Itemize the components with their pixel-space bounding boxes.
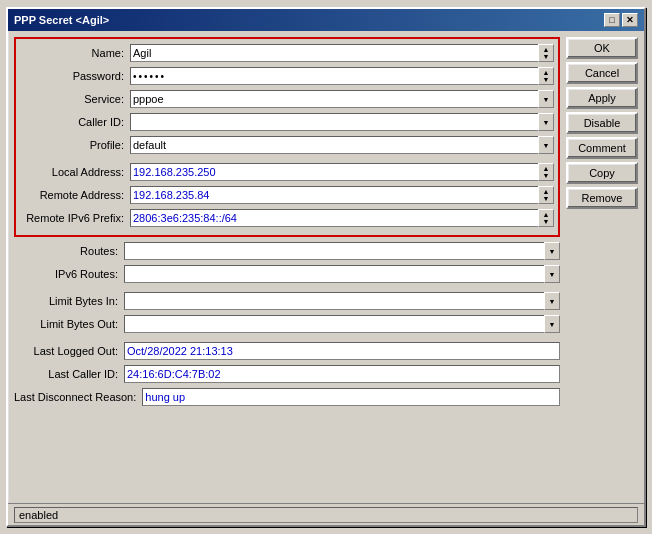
limit-bytes-in-input[interactable] (124, 292, 560, 310)
password-row: Password: ▲ ▼ (20, 66, 554, 86)
profile-label: Profile: (20, 139, 130, 151)
limit-bytes-in-wrapper: ▼ (124, 292, 560, 310)
remote-ipv6-row: Remote IPv6 Prefix: ▲ ▼ (20, 208, 554, 228)
caller-id-input[interactable] (130, 113, 554, 131)
ipv6-routes-row: IPv6 Routes: ▼ (14, 264, 560, 284)
name-input[interactable] (130, 44, 554, 62)
routes-label: Routes: (14, 245, 124, 257)
form-area: Name: ▲ ▼ Password: ▲ (14, 37, 560, 497)
remove-button[interactable]: Remove (566, 187, 638, 209)
apply-button[interactable]: Apply (566, 87, 638, 109)
cancel-button[interactable]: Cancel (566, 62, 638, 84)
caller-id-row: Caller ID: ▼ (20, 112, 554, 132)
comment-button[interactable]: Comment (566, 137, 638, 159)
routes-row: Routes: ▼ (14, 241, 560, 261)
profile-dropdown-btn[interactable]: ▼ (538, 136, 554, 154)
caller-id-input-wrapper: ▼ (130, 113, 554, 131)
remote-address-label: Remote Address: (20, 189, 130, 201)
name-label: Name: (20, 47, 130, 59)
last-caller-id-row: Last Caller ID: (14, 364, 560, 384)
remote-address-scroll-btn[interactable]: ▲ ▼ (538, 186, 554, 204)
service-label: Service: (20, 93, 130, 105)
close-button[interactable]: ✕ (622, 13, 638, 27)
status-bar: enabled (8, 503, 644, 525)
last-caller-id-input[interactable] (124, 365, 560, 383)
remote-ipv6-label: Remote IPv6 Prefix: (20, 212, 130, 224)
disable-button[interactable]: Disable (566, 112, 638, 134)
ipv6-routes-dropdown-btn[interactable]: ▼ (544, 265, 560, 283)
local-address-label: Local Address: (20, 166, 130, 178)
remote-address-input[interactable] (130, 186, 554, 204)
name-scroll-btn[interactable]: ▲ ▼ (538, 44, 554, 62)
window-title: PPP Secret <Agil> (14, 14, 109, 26)
last-caller-id-wrapper (124, 365, 560, 383)
remote-ipv6-input[interactable] (130, 209, 554, 227)
last-disconnect-row: Last Disconnect Reason: (14, 387, 560, 407)
password-input[interactable] (130, 67, 554, 85)
title-bar-controls: □ ✕ (604, 13, 638, 27)
last-disconnect-input[interactable] (142, 388, 560, 406)
profile-input[interactable] (130, 136, 554, 154)
limit-bytes-out-input[interactable] (124, 315, 560, 333)
last-logged-out-input[interactable] (124, 342, 560, 360)
highlighted-fields: Name: ▲ ▼ Password: ▲ (14, 37, 560, 237)
last-disconnect-label: Last Disconnect Reason: (14, 391, 142, 403)
ipv6-routes-input-wrapper: ▼ (124, 265, 560, 283)
profile-input-wrapper: ▼ (130, 136, 554, 154)
buttons-panel: OK Cancel Apply Disable Comment Copy Rem… (566, 37, 638, 497)
ok-button[interactable]: OK (566, 37, 638, 59)
limit-bytes-out-row: Limit Bytes Out: ▼ (14, 314, 560, 334)
content-area: Name: ▲ ▼ Password: ▲ (8, 31, 644, 503)
last-caller-id-label: Last Caller ID: (14, 368, 124, 380)
remote-ipv6-input-wrapper: ▲ ▼ (130, 209, 554, 227)
ipv6-routes-input[interactable] (124, 265, 560, 283)
service-dropdown-btn[interactable]: ▼ (538, 90, 554, 108)
copy-button[interactable]: Copy (566, 162, 638, 184)
name-row: Name: ▲ ▼ (20, 43, 554, 63)
status-text: enabled (14, 507, 638, 523)
password-scroll-btn[interactable]: ▲ ▼ (538, 67, 554, 85)
local-address-scroll-btn[interactable]: ▲ ▼ (538, 163, 554, 181)
last-logged-out-wrapper (124, 342, 560, 360)
service-row: Service: ▼ (20, 89, 554, 109)
last-disconnect-wrapper (142, 388, 560, 406)
last-logged-out-row: Last Logged Out: (14, 341, 560, 361)
routes-dropdown-btn[interactable]: ▼ (544, 242, 560, 260)
service-input-wrapper: ▼ (130, 90, 554, 108)
routes-input[interactable] (124, 242, 560, 260)
main-window: PPP Secret <Agil> □ ✕ Name: ▲ ▼ (6, 7, 646, 527)
service-input[interactable] (130, 90, 554, 108)
limit-bytes-out-dropdown[interactable]: ▼ (544, 315, 560, 333)
remote-address-row: Remote Address: ▲ ▼ (20, 185, 554, 205)
routes-input-wrapper: ▼ (124, 242, 560, 260)
ipv6-routes-label: IPv6 Routes: (14, 268, 124, 280)
caller-id-dropdown-btn[interactable]: ▼ (538, 113, 554, 131)
caller-id-label: Caller ID: (20, 116, 130, 128)
remote-ipv6-scroll-btn[interactable]: ▲ ▼ (538, 209, 554, 227)
local-address-row: Local Address: ▲ ▼ (20, 162, 554, 182)
limit-bytes-in-row: Limit Bytes In: ▼ (14, 291, 560, 311)
limit-bytes-out-label: Limit Bytes Out: (14, 318, 124, 330)
local-address-input-wrapper: ▲ ▼ (130, 163, 554, 181)
name-input-wrapper: ▲ ▼ (130, 44, 554, 62)
restore-button[interactable]: □ (604, 13, 620, 27)
profile-row: Profile: ▼ (20, 135, 554, 155)
local-address-input[interactable] (130, 163, 554, 181)
limit-bytes-in-label: Limit Bytes In: (14, 295, 124, 307)
title-bar: PPP Secret <Agil> □ ✕ (8, 9, 644, 31)
remote-address-input-wrapper: ▲ ▼ (130, 186, 554, 204)
password-label: Password: (20, 70, 130, 82)
password-input-wrapper: ▲ ▼ (130, 67, 554, 85)
limit-bytes-out-wrapper: ▼ (124, 315, 560, 333)
last-logged-out-label: Last Logged Out: (14, 345, 124, 357)
limit-bytes-in-dropdown[interactable]: ▼ (544, 292, 560, 310)
